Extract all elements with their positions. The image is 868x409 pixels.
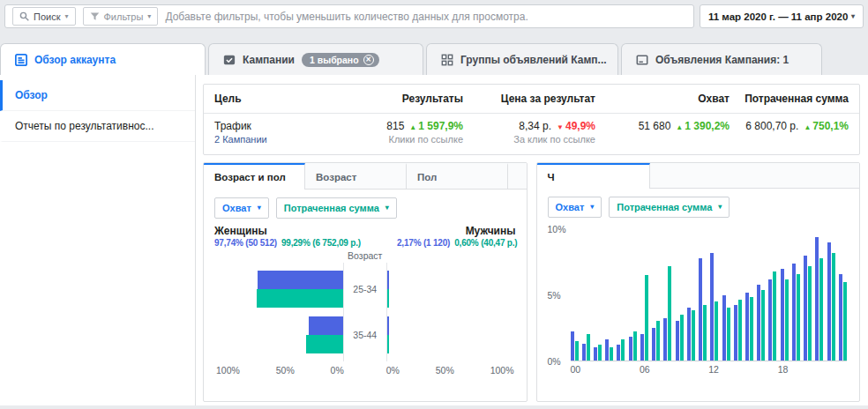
hour-spend-bar — [668, 266, 671, 361]
hour-tick-label — [662, 364, 674, 375]
hour-tick-label — [743, 364, 754, 375]
hour-bar-group — [792, 229, 800, 361]
hour-bar-group — [663, 229, 671, 361]
hours-chart-bars — [571, 229, 848, 361]
hour-spend-bar — [727, 308, 730, 361]
tab-label: Объявления Кампания: 1 — [655, 54, 789, 66]
sidebar-item-label: Отчеты по результативнос... — [15, 120, 153, 132]
hour-bar-group — [745, 229, 753, 361]
charts-row: Возраст и пол Возраст Пол Охват ▾ — [203, 162, 860, 402]
tab-account-overview[interactable]: Обзор аккаунта — [0, 43, 206, 75]
hour-tick-label — [731, 364, 743, 375]
hour-reach-bar — [617, 345, 620, 361]
sidebar-item-reports[interactable]: Отчеты по результативнос... — [0, 111, 195, 142]
delta-up-icon: ▲ — [676, 123, 683, 131]
spend-metric-dropdown[interactable]: Потраченная сумма ▾ — [276, 197, 397, 219]
hour-tick-label — [720, 364, 731, 375]
sidebar-item-overview[interactable]: Обзор — [0, 80, 195, 111]
date-range-selector[interactable]: 11 мар 2020 г. — 11 апр 2020 ▾ — [700, 4, 864, 28]
hour-tick-label — [628, 364, 640, 375]
hour-tick-label — [685, 364, 697, 375]
hour-spend-bar — [832, 253, 835, 361]
campaigns-link[interactable]: 2 Кампании — [214, 134, 267, 145]
age-chart-women — [216, 263, 344, 361]
hour-tick-label — [697, 364, 708, 375]
age-gender-chart: 25-3435-44 — [204, 263, 527, 361]
axis-tick: 5% — [548, 290, 561, 301]
women-spend-stat: 99,29% (6 752,09 р.) — [281, 238, 361, 248]
tab-age[interactable]: Возраст — [305, 163, 407, 189]
spend-delta: 750,1% — [812, 120, 849, 132]
search-button[interactable]: Поиск ▾ — [12, 7, 76, 26]
hour-tick-label — [835, 364, 847, 375]
hour-reach-bar — [594, 347, 597, 361]
hour-reach-bar — [663, 318, 667, 361]
demographics-card: Возраст и пол Возраст Пол Охват ▾ — [203, 162, 528, 402]
axis-tick: 50% — [276, 365, 295, 376]
hour-reach-bar — [582, 344, 586, 361]
hours-card: Ч Охват ▾ Потраченная сумма ▾ — [536, 162, 861, 402]
column-header-objective: Цель — [214, 85, 364, 113]
hour-spend-bar — [656, 321, 660, 361]
hour-reach-bar — [839, 274, 842, 361]
reach-metric-dropdown[interactable]: Охват ▾ — [214, 197, 269, 219]
column-header-spend: Потраченная сумма — [730, 85, 849, 113]
hour-spend-bar — [797, 274, 800, 361]
men-bar-group — [387, 316, 514, 354]
axis-spacer — [344, 365, 386, 376]
hour-bar-group — [722, 229, 730, 361]
hour-bar-group — [839, 229, 847, 361]
filter-bar[interactable]: Поиск ▾ Фильтры ▾ Добавьте фильтры, чтоб… — [4, 4, 694, 28]
hour-spend-bar — [785, 279, 789, 361]
hour-reach-bar — [734, 305, 737, 361]
hour-reach-bar — [815, 237, 819, 361]
chevron-down-icon: ▾ — [385, 204, 389, 212]
women-reach-stat: 97,74% (50 512) — [214, 238, 277, 248]
hour-bar-group — [594, 229, 602, 361]
hour-bar-group — [617, 229, 625, 361]
hour-tick-label — [767, 364, 778, 375]
hour-tick-label — [594, 364, 605, 375]
hour-spend-bar — [715, 301, 718, 361]
hour-spend-bar — [819, 258, 823, 361]
hours-y-axis: 10% 5% 0% — [546, 229, 571, 361]
hour-tick-label — [801, 364, 812, 375]
chevron-down-icon: ▾ — [718, 204, 722, 211]
hour-tick-label — [605, 364, 617, 375]
hour-tick-label — [582, 364, 594, 375]
filters-button[interactable]: Фильтры ▾ — [83, 7, 159, 26]
close-icon[interactable]: ✕ — [363, 55, 374, 65]
chevron-down-icon: ▾ — [258, 204, 261, 212]
reach-metric-dropdown[interactable]: Охват ▾ — [548, 197, 602, 218]
tab-hours[interactable]: Ч — [537, 163, 650, 189]
tab-ads[interactable]: Объявления Кампания: 1 — [621, 43, 822, 75]
hour-bar-group — [687, 229, 695, 361]
badge-label: 1 выбрано — [310, 55, 359, 65]
spend-metric-dropdown[interactable]: Потраченная сумма ▾ — [609, 197, 730, 218]
men-reach-bar — [387, 271, 389, 289]
women-axis-ticks: 100% 50% 0% — [216, 365, 344, 376]
tab-campaigns[interactable]: Кампании 1 выбрано ✕ — [208, 43, 423, 75]
men-bar-group — [387, 270, 514, 309]
tab-label: Пол — [417, 172, 437, 182]
hour-tick-label — [789, 364, 801, 375]
men-spend-bar — [387, 289, 389, 308]
results-value: 815 — [386, 120, 404, 132]
chevron-down-icon: ▾ — [64, 13, 68, 20]
women-stats: 97,74% (50 512) 99,29% (6 752,09 р.) — [214, 238, 361, 248]
tab-age-gender[interactable]: Возраст и пол — [204, 163, 305, 190]
axis-tick: 0% — [386, 365, 400, 376]
hour-reach-bar — [827, 242, 831, 361]
filter-placeholder: Добавьте фильтры, чтобы уменьшить количе… — [165, 11, 528, 23]
hour-reach-bar — [676, 321, 679, 361]
tab-ad-sets[interactable]: Группы объявлений Камп... — [426, 43, 618, 75]
search-button-label: Поиск — [34, 11, 60, 22]
main-panel: Цель Результаты Цена за результат Охват … — [196, 75, 868, 405]
men-spend-stat: 0,60% (40,47 р.) — [454, 238, 517, 248]
hour-spend-bar — [738, 300, 742, 361]
hour-tick-label: 18 — [778, 364, 789, 375]
hour-tick-label — [674, 364, 685, 375]
tab-gender[interactable]: Пол — [407, 163, 508, 189]
selected-count-badge[interactable]: 1 выбрано ✕ — [302, 53, 379, 67]
hour-spend-bar — [575, 341, 579, 361]
